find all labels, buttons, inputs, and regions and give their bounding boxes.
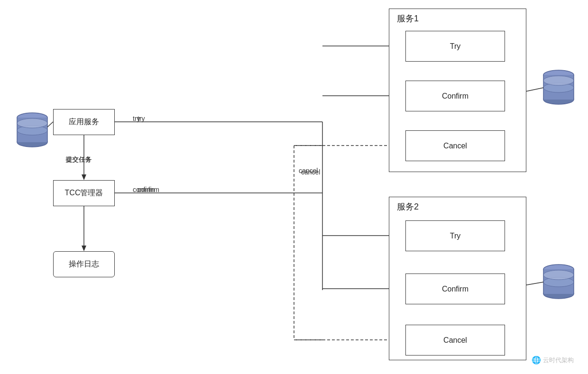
- tcc-manager-label: TCC管理器: [65, 188, 103, 198]
- diagram-canvas: try confirm cancel 提交任务 应用服务 TCC管理器 操作日志…: [0, 0, 588, 374]
- service2-confirm-label: Confirm: [442, 285, 469, 293]
- service2-cancel-box: Cancel: [405, 325, 505, 356]
- service1-cancel-label: Cancel: [443, 142, 467, 150]
- svg-point-7: [543, 70, 574, 80]
- svg-marker-25: [82, 246, 86, 251]
- svg-point-6: [17, 119, 47, 128]
- app-service-box: 应用服务: [53, 109, 115, 135]
- svg-rect-2: [17, 118, 47, 142]
- service1-cancel-box: Cancel: [405, 130, 505, 161]
- service2-cancel-label: Cancel: [443, 336, 467, 345]
- service1-confirm-box: Confirm: [405, 81, 505, 111]
- cancel-edge-label: cancel: [301, 168, 320, 176]
- svg-point-1: [17, 137, 47, 147]
- service1-try-label: Try: [450, 42, 461, 51]
- svg-rect-16: [543, 269, 574, 294]
- svg-point-8: [543, 95, 574, 104]
- submit-edge-label: 提交任务: [66, 155, 91, 164]
- svg-point-0: [17, 113, 47, 122]
- app-service-label: 应用服务: [69, 117, 99, 127]
- confirm-edge-label: confirm: [138, 186, 159, 193]
- svg-rect-9: [543, 75, 574, 100]
- service1-try-box: Try: [405, 31, 505, 62]
- svg-point-13: [543, 76, 574, 85]
- svg-marker-23: [82, 174, 86, 180]
- service1-title: 服务1: [397, 13, 419, 24]
- watermark: 🌐 云时代架构: [532, 356, 574, 365]
- service2-title: 服务2: [397, 201, 419, 212]
- tcc-manager-box: TCC管理器: [53, 180, 115, 206]
- svg-point-20: [543, 270, 574, 280]
- service2-confirm-box: Confirm: [405, 274, 505, 304]
- try-edge-label: try: [138, 115, 145, 122]
- svg-point-14: [543, 265, 574, 274]
- svg-point-12: [543, 83, 574, 92]
- op-log-label: 操作日志: [69, 259, 99, 269]
- svg-line-21: [47, 122, 53, 127]
- op-log-box: 操作日志: [53, 251, 115, 277]
- service2-try-box: Try: [405, 220, 505, 251]
- service1-confirm-label: Confirm: [442, 92, 469, 100]
- svg-point-19: [543, 277, 574, 287]
- svg-point-15: [543, 289, 574, 299]
- svg-point-5: [17, 126, 47, 135]
- service2-try-label: Try: [450, 232, 461, 240]
